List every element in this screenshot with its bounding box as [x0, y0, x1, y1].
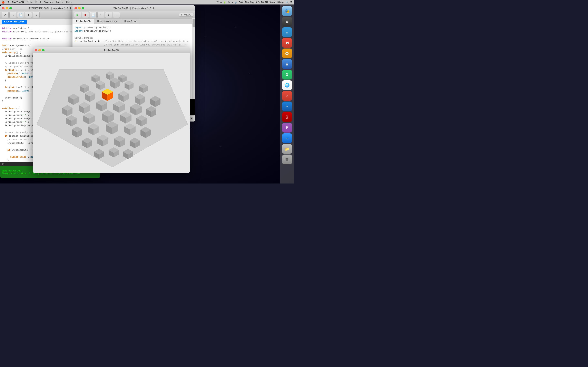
arduino-line-number: 21 [2, 163, 4, 165]
processing-standard-btn[interactable]: STANDARD [179, 13, 193, 17]
code-line: import processing.serial.*; [75, 26, 193, 29]
arduino-new-btn[interactable]: 📄 [17, 12, 24, 18]
game-title: TicTacToe3D [104, 49, 119, 52]
menubar: 🍎 TicTacToe3D File Edit Sketch Tools Hel… [0, 0, 294, 4]
game-canvas[interactable] [33, 53, 190, 173]
scroll-right-btn[interactable]: ▶ [190, 117, 193, 120]
processing-tabs: TicTacToe3D MomentumAverage Normalize ▶ [72, 19, 195, 24]
processing-stop-btn[interactable]: ■ [82, 12, 89, 18]
scroll-thumb [192, 19, 195, 27]
processing-new-btn[interactable]: 📄 [90, 12, 96, 18]
menu-icon[interactable]: ☰ [290, 1, 292, 4]
processing-tab-normalize[interactable]: Normalize [121, 19, 140, 24]
dock-settings[interactable]: ⚙ [282, 17, 292, 26]
arduino-maximize[interactable] [9, 7, 12, 9]
dock-photos[interactable]: 🖼 [282, 49, 292, 58]
dock-chrome[interactable]: 🌐 [282, 80, 292, 90]
dock-xcode[interactable]: ✶ [282, 101, 292, 111]
processing-titlebar: TicTacToe3D | Processing 1.5.1 [72, 5, 195, 11]
arduino-close[interactable] [2, 7, 4, 9]
menu-time: Thu May 9 3:28 PM [245, 1, 268, 4]
game-svg [33, 53, 190, 173]
processing-close[interactable] [75, 7, 77, 9]
processing-title: TicTacToe3D | Processing 1.5.1 [113, 7, 154, 9]
processing-save-btn[interactable]: ↓ [105, 12, 112, 18]
processing-tab-main[interactable]: TicTacToe3D [72, 19, 94, 24]
game-window: TicTacToe3D [33, 47, 190, 173]
arduino-upload-btn[interactable]: → [9, 12, 16, 18]
menu-sketch[interactable]: Sketch [44, 1, 53, 4]
dock: 🎭 ⚙ ✉ 📅 🖼 W X 🌐 ♪ ✶ ᛝ P ∞ 📁 🗑 [280, 4, 294, 184]
dock-finder[interactable]: 🎭 [282, 6, 292, 16]
dock-music[interactable]: ♪ [282, 91, 292, 101]
arduino-title: F2CVBFTH0FLJ0BK | Arduino 1.0.4 [29, 7, 71, 9]
bluetooth-icon: ⌬ [228, 1, 230, 4]
menu-file[interactable]: File [26, 1, 33, 4]
processing-toolbar: ▶ ■ 📄 ↑ ↓ → STANDARD [72, 11, 195, 19]
game-titlebar: TicTacToe3D [33, 47, 190, 53]
arduino-verify-btn[interactable]: ✓ [2, 12, 9, 18]
arduino-minimize[interactable] [6, 7, 8, 9]
apple-menu[interactable]: 🍎 [2, 1, 5, 4]
processing-minimize[interactable] [78, 7, 81, 9]
menubar-right: 🛡 ↺ 🔋 ⌬ ▲ 🔊 50% Thu May 9 3:28 PM Sarah … [216, 1, 292, 4]
arduino-file-tab[interactable]: F2CVBFTH0FLJ0BK [2, 20, 27, 24]
dock-calendar[interactable]: 📅 [282, 38, 292, 48]
dock-trash[interactable]: 🗑 [282, 155, 292, 164]
wifi-icon: ▲ [232, 1, 233, 4]
dock-arduino[interactable]: ∞ [282, 133, 292, 143]
dock-excel[interactable]: X [282, 70, 292, 80]
processing-maximize[interactable] [82, 7, 84, 9]
dock-purple[interactable]: P [282, 123, 292, 133]
code-line: Serial serial; [75, 36, 193, 40]
dock-processing-red[interactable]: ᛝ [282, 112, 292, 122]
game-maximize[interactable] [42, 49, 44, 51]
dock-mail[interactable]: ✉ [282, 27, 292, 37]
menu-tools[interactable]: Tools [56, 1, 63, 4]
game-minimize[interactable] [38, 49, 41, 51]
code-line: import processing.opengl.*; [75, 29, 193, 33]
search-icon[interactable]: 🔍 [286, 1, 289, 4]
processing-run-btn[interactable]: ▶ [74, 12, 81, 18]
menu-edit[interactable]: Edit [35, 1, 41, 4]
processing-open-btn[interactable]: ↑ [97, 12, 104, 18]
dock-files[interactable]: 📁 [282, 144, 292, 154]
code-line: // and your Arduino is on COM2 you shoul… [75, 43, 193, 47]
shield-icon: 🛡 [216, 1, 219, 4]
menu-help[interactable]: Help [66, 1, 72, 4]
processing-export-btn[interactable]: → [113, 12, 120, 18]
dock-word[interactable]: W [282, 59, 292, 69]
menu-user: Sarah Ridge [269, 1, 284, 4]
menubar-left: 🍎 TicTacToe3D File Edit Sketch Tools Hel… [2, 1, 72, 4]
code-line [75, 33, 193, 36]
arduino-save-btn[interactable]: ↓ [33, 12, 40, 18]
processing-tab-momentum[interactable]: MomentumAverage [94, 19, 121, 24]
battery-percent: 50% [239, 1, 243, 4]
refresh-icon: ↺ [220, 1, 222, 4]
arduino-open-btn[interactable]: ↑ [25, 12, 32, 18]
code-line: int serialPort = 4; // << Set this to be… [75, 40, 193, 43]
volume-icon: 🔊 [234, 1, 237, 4]
battery-icon: 🔋 [223, 1, 226, 4]
game-close[interactable] [35, 49, 37, 51]
app-menu-name[interactable]: TicTacToe3D [8, 1, 24, 4]
